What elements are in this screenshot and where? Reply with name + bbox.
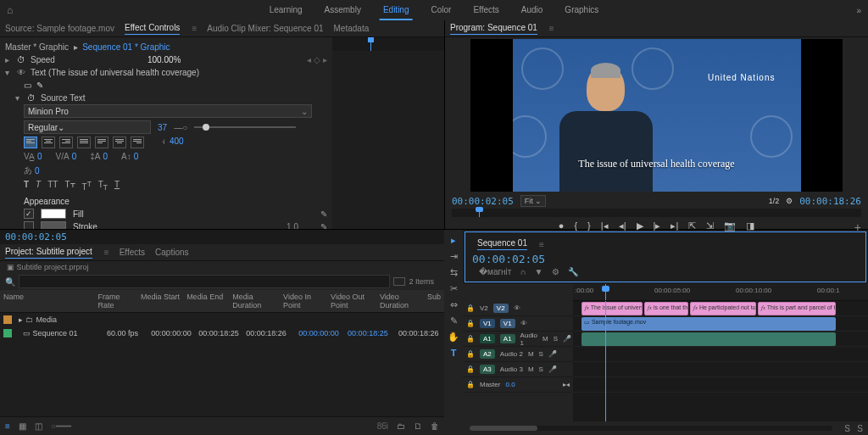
align-justify-last-right[interactable] (131, 137, 144, 148)
clip-audio[interactable] (581, 332, 836, 346)
a3-target[interactable]: A3 (480, 365, 495, 374)
eye-icon[interactable]: 👁 (514, 304, 520, 312)
panel-menu-icon[interactable]: ≡ (104, 248, 109, 257)
col-videoin[interactable]: Video In Point (280, 290, 327, 312)
clip-graphic[interactable]: 𝑓𝑥 He participated not too (690, 302, 756, 315)
align-center[interactable] (42, 137, 55, 148)
twirl-text[interactable]: ▾ (5, 68, 12, 77)
col-sub[interactable]: Sub (424, 290, 444, 312)
label-chip[interactable] (3, 315, 12, 324)
col-mediaend[interactable]: Media End (183, 290, 229, 312)
timeline-playhead[interactable] (605, 284, 606, 300)
a1-target[interactable]: A1 (500, 334, 515, 343)
lane-a3[interactable] (573, 362, 868, 377)
tsume[interactable]: 0 (35, 166, 40, 176)
eye-icon[interactable]: 👁 (520, 320, 527, 327)
project-search-input[interactable] (19, 275, 390, 288)
track-select-tool-icon[interactable]: ⇥ (450, 251, 458, 262)
align-right[interactable] (59, 137, 73, 148)
tab-program[interactable]: Program: Sequence 01 (450, 23, 537, 35)
stopwatch-icon[interactable]: ⏱ (27, 93, 36, 103)
v1-target[interactable]: V1 (500, 319, 515, 328)
new-item-icon[interactable]: 🗋 (414, 421, 422, 431)
go-to-in-icon[interactable]: |◂ (601, 220, 609, 231)
col-framerate[interactable]: Frame Rate (94, 290, 136, 312)
tab-audio-mixer[interactable]: Audio Clip Mixer: Sequence 01 (207, 24, 323, 33)
keyframe-nav[interactable]: ◂ ◇ ▸ (307, 55, 327, 64)
eye-icon[interactable]: 👁 (17, 68, 25, 77)
clip-video[interactable]: ▭ Sample footage.mov (581, 317, 836, 331)
a1-source[interactable]: A1 (480, 334, 495, 343)
tab-captions[interactable]: Captions (155, 248, 188, 257)
tab-effects-panel[interactable]: Effects (120, 248, 145, 257)
panel-menu-icon[interactable]: ≡ (549, 24, 554, 33)
tab-metadata[interactable]: Metadata (334, 24, 370, 33)
overflow-icon[interactable]: » (856, 6, 861, 15)
col-name[interactable]: Name (0, 290, 94, 312)
all-caps[interactable]: TT (47, 180, 58, 192)
panel-menu-icon[interactable]: ≡ (539, 240, 544, 249)
trash-icon[interactable]: 🗑 (431, 421, 439, 431)
meter-icon[interactable]: ▸◂ (563, 381, 570, 388)
program-playhead[interactable] (479, 209, 480, 217)
freeform-view-icon[interactable]: ◫ (35, 421, 42, 431)
snap-icon[interactable]: �магніт (479, 267, 511, 276)
step-back-icon[interactable]: ◂| (619, 220, 626, 231)
play-icon[interactable]: ▶ (637, 220, 643, 231)
align-justify[interactable] (77, 137, 91, 148)
row-vo[interactable]: 00:00:18:25 (344, 326, 395, 340)
ec-playhead[interactable] (370, 37, 371, 51)
ws-editing[interactable]: Editing (380, 1, 413, 20)
master-val[interactable]: 0.0 (505, 381, 515, 388)
resolution-pages[interactable]: 1/2 (769, 197, 780, 205)
type-tool-icon[interactable]: T (451, 348, 457, 358)
clip-graphic[interactable]: 𝑓𝑥 The issue of universal (581, 302, 643, 315)
settings-icon[interactable]: ⚙ (786, 197, 793, 205)
subscript[interactable]: TT (98, 180, 108, 192)
align-left[interactable] (24, 137, 37, 148)
tab-project[interactable]: Project: Subtitle project (5, 247, 92, 259)
zoom-dropdown[interactable]: Fit ⌄ (520, 195, 547, 207)
clip-graphic[interactable]: 𝑓𝑥 is one that the (644, 302, 688, 315)
track-v2[interactable]: V2 (480, 304, 488, 312)
voice-icon[interactable]: 🎤 (563, 335, 571, 343)
hand-tool-icon[interactable]: ✋ (448, 332, 459, 343)
extract-icon[interactable]: ⇲ (706, 220, 714, 231)
timeline-zoom-bar[interactable] (470, 426, 832, 431)
col-mediastart[interactable]: Media Start (137, 290, 183, 312)
tab-timeline-seq[interactable]: Sequence 01 (477, 238, 527, 250)
new-bin-icon[interactable]: 🗀 (397, 421, 405, 431)
lane-master[interactable] (573, 377, 868, 393)
playhead-line[interactable] (605, 301, 606, 421)
align-justify-last-left[interactable] (95, 137, 108, 148)
stroke-checkbox[interactable] (24, 221, 34, 229)
row-vi[interactable]: 00:00:00:00 (295, 326, 344, 340)
ws-audio[interactable]: Audio (518, 1, 547, 20)
twirl-sourcetext[interactable]: ▾ (15, 93, 22, 103)
superscript[interactable]: TT (82, 180, 92, 192)
eyedropper-icon[interactable]: ✎ (320, 209, 327, 219)
slip-tool-icon[interactable]: ⇔ (450, 299, 458, 310)
fill-swatch[interactable] (41, 209, 66, 219)
transform-icon[interactable]: ▭ (24, 81, 31, 90)
stroke-swatch[interactable] (41, 221, 66, 229)
timeline-tc[interactable]: 00:00:02:05 (472, 253, 859, 265)
home-icon[interactable]: ⌂ (7, 4, 13, 16)
ws-assembly[interactable]: Assembly (321, 1, 364, 20)
ws-graphics[interactable]: Graphics (561, 1, 602, 20)
lock-icon[interactable]: 🔒 (466, 365, 475, 373)
selection-tool-icon[interactable]: ▸ (451, 235, 456, 246)
va2[interactable]: 0 (72, 152, 77, 161)
baseline[interactable]: 0 (134, 152, 139, 161)
lane-a1[interactable] (573, 332, 868, 347)
mark-in-icon[interactable]: { (574, 220, 577, 231)
ws-effects[interactable]: Effects (470, 1, 502, 20)
font-weight-dropdown[interactable]: Regular⌄ (24, 120, 151, 134)
program-monitor[interactable]: United Nations The issue of universal he… (470, 39, 843, 192)
export-frame-icon[interactable]: 📷 (724, 220, 736, 231)
font-size[interactable]: 37 (158, 123, 167, 132)
underline[interactable]: T (114, 180, 120, 192)
stroke-width[interactable]: 1.0 (287, 222, 298, 229)
mark-out-icon[interactable]: } (587, 220, 591, 231)
pen-icon[interactable]: ✎ (36, 81, 43, 90)
